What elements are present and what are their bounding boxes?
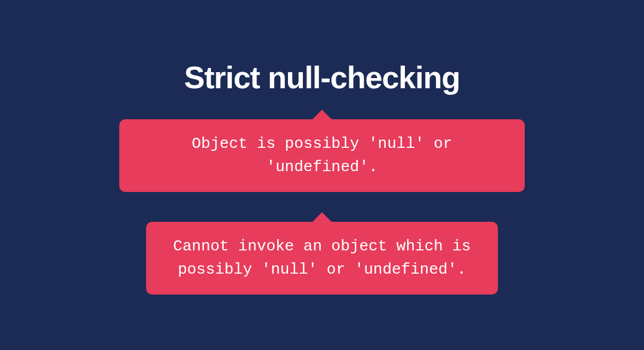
error-text: Cannot invoke an object which is possibl… [173,237,470,278]
error-message-box: Cannot invoke an object which is possibl… [146,222,498,295]
error-message-box: Object is possibly 'null' or 'undefined'… [119,119,525,192]
slide-title: Strict null-checking [184,60,460,95]
error-text: Object is possibly 'null' or 'undefined'… [192,135,453,176]
